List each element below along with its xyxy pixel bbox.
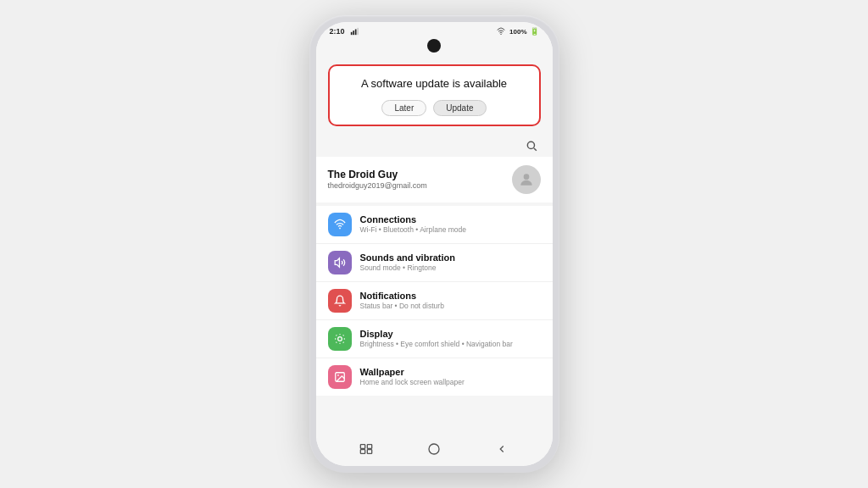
- screen-content: A software update is available Later Upd…: [316, 56, 553, 434]
- svg-rect-1: [353, 30, 354, 35]
- svg-rect-15: [361, 450, 365, 454]
- svg-rect-2: [354, 30, 356, 36]
- notifications-subtitle: Status bar • Do not disturb: [360, 302, 444, 310]
- status-bar: 2:10 100% 🔋: [316, 22, 553, 39]
- settings-item-notifications[interactable]: Notifications Status bar • Do not distur…: [316, 282, 553, 320]
- sounds-subtitle: Sound mode • Ringtone: [360, 263, 455, 272]
- notifications-icon: [328, 289, 352, 313]
- search-row: [316, 133, 553, 157]
- camera-notch: [427, 39, 441, 53]
- settings-list: Connections Wi-Fi • Bluetooth • Airplane…: [316, 206, 553, 396]
- svg-point-8: [339, 227, 341, 229]
- connections-text: Connections Wi-Fi • Bluetooth • Airplane…: [360, 214, 466, 234]
- wallpaper-subtitle: Home and lock screen wallpaper: [360, 378, 465, 386]
- bottom-nav: [316, 434, 553, 466]
- svg-rect-0: [350, 32, 352, 35]
- wallpaper-icon: [328, 365, 352, 389]
- profile-email: thedroidguy2019@gmail.com: [328, 181, 427, 190]
- update-dialog: A software update is available Later Upd…: [328, 64, 541, 126]
- notifications-text: Notifications Status bar • Do not distur…: [360, 291, 444, 310]
- status-time: 2:10: [330, 27, 359, 36]
- recent-apps-button[interactable]: [354, 441, 378, 458]
- wallpaper-label: Wallpaper: [360, 367, 465, 377]
- sounds-text: Sounds and vibration Sound mode • Ringto…: [360, 252, 455, 272]
- display-label: Display: [360, 329, 513, 339]
- connections-icon: [328, 213, 352, 236]
- display-text: Display Brightness • Eye comfort shield …: [360, 329, 513, 348]
- profile-name: The Droid Guy: [328, 169, 427, 180]
- svg-rect-3: [357, 28, 359, 35]
- later-button[interactable]: Later: [381, 100, 426, 116]
- svg-point-17: [429, 444, 439, 454]
- home-button[interactable]: [422, 441, 446, 458]
- settings-item-connections[interactable]: Connections Wi-Fi • Bluetooth • Airplane…: [316, 206, 553, 244]
- back-button[interactable]: [490, 441, 514, 458]
- battery-display: 100%: [509, 28, 526, 36]
- profile-info: The Droid Guy thedroidguy2019@gmail.com: [328, 169, 427, 190]
- update-title: A software update is available: [340, 76, 529, 92]
- status-indicators: 100% 🔋: [497, 27, 538, 36]
- display-icon: [328, 327, 352, 351]
- svg-point-7: [523, 174, 529, 180]
- svg-point-5: [527, 141, 534, 148]
- sounds-icon: [328, 251, 352, 274]
- phone-device: 2:10 100% 🔋 A software update is availab…: [309, 15, 559, 473]
- display-subtitle: Brightness • Eye comfort shield • Naviga…: [360, 340, 513, 348]
- update-button[interactable]: Update: [433, 100, 486, 116]
- svg-point-10: [337, 336, 342, 341]
- svg-line-6: [533, 147, 536, 150]
- avatar: [512, 165, 541, 194]
- settings-item-display[interactable]: Display Brightness • Eye comfort shield …: [316, 320, 553, 358]
- settings-area: The Droid Guy thedroidguy2019@gmail.com: [316, 133, 553, 434]
- connections-subtitle: Wi-Fi • Bluetooth • Airplane mode: [360, 225, 466, 234]
- svg-point-4: [500, 34, 501, 35]
- svg-point-12: [337, 374, 339, 376]
- svg-rect-14: [368, 445, 372, 449]
- wallpaper-text: Wallpaper Home and lock screen wallpaper: [360, 367, 465, 386]
- notifications-label: Notifications: [360, 291, 444, 301]
- battery-icon: 🔋: [530, 27, 539, 36]
- svg-rect-13: [361, 445, 365, 449]
- sounds-label: Sounds and vibration: [360, 252, 455, 263]
- notch-bar: [316, 39, 553, 56]
- search-icon[interactable]: [522, 136, 541, 155]
- svg-rect-16: [368, 450, 372, 454]
- phone-screen: 2:10 100% 🔋 A software update is availab…: [316, 22, 553, 466]
- connections-label: Connections: [360, 214, 466, 225]
- time-display: 2:10: [330, 27, 345, 36]
- settings-item-wallpaper[interactable]: Wallpaper Home and lock screen wallpaper: [316, 358, 553, 396]
- svg-marker-9: [335, 258, 339, 267]
- update-buttons: Later Update: [340, 100, 529, 116]
- profile-section[interactable]: The Droid Guy thedroidguy2019@gmail.com: [316, 157, 553, 202]
- settings-item-sounds[interactable]: Sounds and vibration Sound mode • Ringto…: [316, 244, 553, 282]
